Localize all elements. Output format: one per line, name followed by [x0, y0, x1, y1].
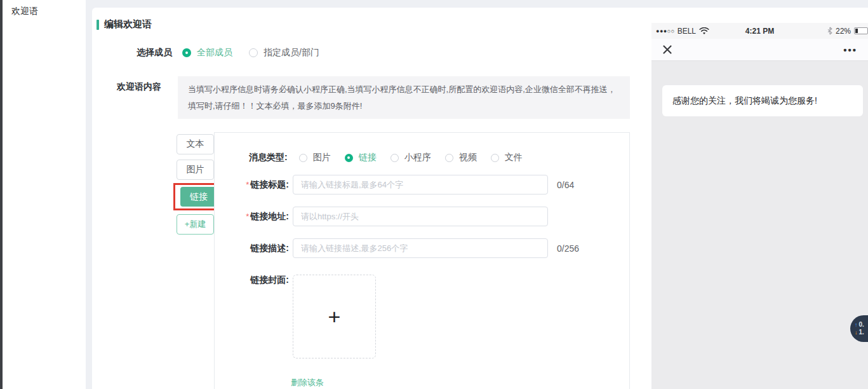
radio-unselected-icon [249, 48, 258, 57]
chat-bubble: 感谢您的关注，我们将竭诚为您服务! [662, 85, 863, 116]
link-cover-label: 链接封面: [250, 275, 289, 286]
link-title-counter: 0/64 [557, 180, 574, 190]
tab-text[interactable]: 文本 [177, 134, 214, 154]
sidebar-item-welcome-message[interactable]: 欢迎语 [3, 0, 86, 17]
more-options-icon[interactable]: ••• [843, 44, 857, 55]
message-type-row: 消息类型: 图片 链接 小程序 视频 文件 [249, 152, 523, 163]
link-desc-row: 链接描述: 0/256 [241, 238, 579, 258]
welcome-content-label: 欢迎语内容 [117, 81, 161, 93]
required-mark: * [246, 212, 249, 221]
link-url-row: * 链接地址: [241, 207, 548, 226]
radio-all-members-label: 全部成员 [197, 47, 232, 58]
link-title-label: 链接标题: [250, 179, 289, 191]
member-select-label: 选择成员 [137, 47, 172, 58]
battery-icon [854, 27, 868, 34]
radio-unselected-icon [299, 154, 307, 162]
radio-all-members[interactable]: 全部成员 [182, 47, 232, 58]
link-title-row: * 链接标题: 0/64 [241, 175, 574, 194]
radio-type-image-label: 图片 [313, 152, 331, 163]
panel-title-text: 编辑欢迎语 [104, 18, 152, 31]
sidebar: 欢迎语 [3, 0, 86, 389]
radio-type-video-label: 视频 [459, 152, 477, 163]
cover-upload-box[interactable]: + [293, 275, 376, 358]
required-mark: * [246, 180, 249, 189]
download-arrow-icon: ↓ [855, 329, 858, 336]
notice-box: 当填写小程序信息时请务必确认小程序正确,当填写小程序信息不正确时,所配置的欢迎语… [178, 76, 630, 119]
radio-specified-members-label: 指定成员/部门 [264, 47, 319, 58]
message-type-label: 消息类型: [249, 152, 288, 163]
link-desc-input[interactable] [293, 238, 548, 258]
radio-unselected-icon [491, 154, 499, 162]
radio-type-image[interactable]: 图片 [299, 152, 331, 163]
download-speed: ↓ 1. [855, 329, 868, 336]
radio-selected-icon [182, 48, 191, 57]
upload-speed-value: 0. [859, 321, 864, 329]
phone-preview: ●●●○○ BELL 4:21 PM 22% ••• [651, 23, 868, 389]
title-accent-bar [97, 20, 99, 30]
download-speed-value: 1. [859, 329, 864, 336]
close-icon[interactable] [662, 44, 672, 55]
phone-nav-bar: ••• [651, 39, 868, 61]
link-cover-row: 链接封面: + [241, 275, 376, 358]
link-desc-counter: 0/256 [557, 243, 579, 254]
radio-type-file-label: 文件 [505, 152, 523, 163]
radio-type-miniprogram[interactable]: 小程序 [391, 152, 431, 163]
panel-title: 编辑欢迎语 [97, 18, 152, 31]
radio-unselected-icon [391, 154, 399, 162]
bluetooth-icon [827, 27, 832, 35]
new-attachment-button[interactable]: +新建 [177, 214, 214, 235]
link-title-input[interactable] [293, 175, 548, 194]
delete-item-link[interactable]: 删除该条 [291, 377, 324, 388]
radio-type-video[interactable]: 视频 [445, 152, 477, 163]
phone-status-bar: ●●●○○ BELL 4:21 PM 22% [651, 23, 868, 39]
link-desc-label: 链接描述: [250, 243, 289, 254]
link-url-input[interactable] [293, 207, 548, 226]
upload-arrow-icon: ↑ [855, 321, 858, 329]
radio-type-file[interactable]: 文件 [491, 152, 523, 163]
link-url-label: 链接地址: [250, 211, 289, 222]
battery-percent-label: 22% [836, 27, 851, 36]
member-select-row: 选择成员 全部成员 指定成员/部门 [137, 47, 319, 58]
upload-speed: ↑ 0. [855, 321, 868, 329]
radio-selected-icon [345, 154, 353, 162]
plus-icon: + [328, 306, 341, 327]
radio-specified-members[interactable]: 指定成员/部门 [249, 47, 319, 58]
tab-image[interactable]: 图片 [177, 160, 214, 180]
radio-type-link-label: 链接 [359, 152, 377, 163]
tab-link[interactable]: 链接 [180, 187, 217, 207]
radio-unselected-icon [445, 154, 453, 162]
radio-type-link[interactable]: 链接 [345, 152, 377, 163]
radio-type-miniprogram-label: 小程序 [404, 152, 431, 163]
